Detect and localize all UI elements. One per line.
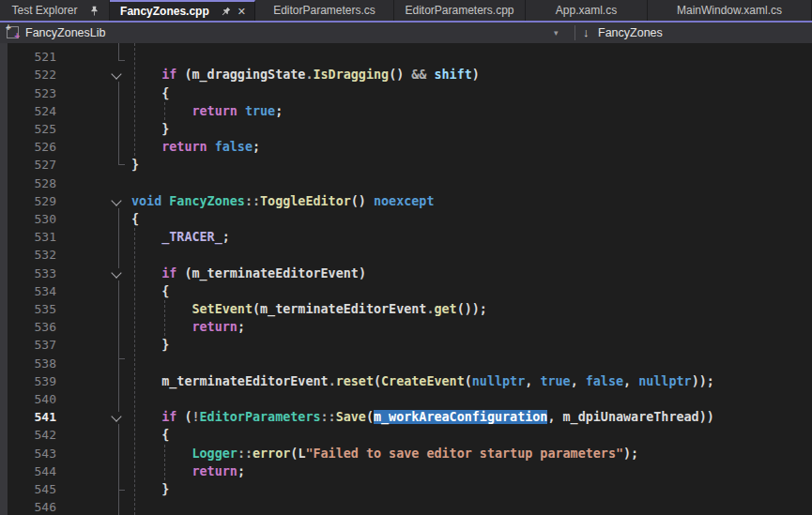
- line-number: 542: [11, 426, 56, 444]
- selected-text[interactable]: m_workAreaConfiguration: [374, 410, 547, 424]
- code-line-536[interactable]: 536 return;: [0, 318, 812, 336]
- token: (: [374, 374, 381, 388]
- code-line-542[interactable]: 542 {: [0, 426, 812, 444]
- token: (: [465, 374, 472, 388]
- code-text: _TRACER_;: [131, 228, 230, 246]
- pin-icon[interactable]: [218, 4, 233, 19]
- token: ,: [623, 374, 638, 388]
- tab-mainwindow-xaml-cs[interactable]: MainWindow.xaml.cs: [648, 0, 812, 21]
- line-number: 527: [11, 156, 56, 174]
- token: true: [540, 374, 570, 388]
- fold-chevron-icon[interactable]: [110, 69, 124, 82]
- member-dropdown[interactable]: FancyZones: [598, 23, 663, 43]
- token: ;: [253, 140, 260, 154]
- code-line-526[interactable]: 526 return false;: [0, 138, 812, 156]
- code-text: return;: [131, 462, 245, 480]
- code-line-537[interactable]: 537 }: [0, 336, 812, 354]
- code-text: {: [131, 210, 139, 228]
- tab-editorparameters-cs[interactable]: EditorParameters.cs: [255, 0, 394, 21]
- code-line-544[interactable]: 544 return;: [0, 462, 812, 480]
- code-text: {: [131, 282, 169, 300]
- pin-icon[interactable]: [89, 6, 100, 16]
- tab-test-explorer[interactable]: Test Explorer: [0, 0, 110, 21]
- token: ;: [237, 320, 245, 334]
- line-number: 535: [11, 300, 56, 318]
- token: }: [131, 158, 139, 172]
- code-line-524[interactable]: 524 return true;: [0, 102, 812, 120]
- code-line-531[interactable]: 531 _TRACER_;: [0, 228, 812, 246]
- token: [237, 104, 245, 118]
- token: return: [192, 320, 237, 334]
- token: ): [359, 266, 366, 280]
- chevron-down-icon: [111, 267, 121, 278]
- code-line-539[interactable]: 539 m_terminateEditorEvent.reset(CreateE…: [0, 372, 812, 390]
- token: reset: [336, 374, 374, 388]
- token: (: [366, 410, 374, 424]
- chevron-down-icon[interactable]: ▾: [554, 23, 559, 43]
- token: ));: [692, 374, 714, 388]
- project-dropdown[interactable]: FancyZonesLib: [25, 23, 105, 43]
- token: .: [305, 68, 313, 82]
- navbar-separator: [575, 25, 575, 40]
- line-number: 522: [11, 66, 56, 83]
- outline-region-end-tick: [118, 164, 125, 165]
- outline-region-end-tick: [118, 358, 125, 359]
- code-line-538[interactable]: 538: [0, 355, 812, 372]
- token: false: [586, 374, 623, 388]
- token: void: [131, 194, 161, 208]
- token: ::: [321, 410, 336, 424]
- tab-editorparameters-cpp[interactable]: EditorParameters.cpp: [394, 0, 526, 21]
- code-line-525[interactable]: 525 }: [0, 120, 812, 138]
- token: }: [131, 482, 169, 496]
- code-line-521[interactable]: 521: [0, 48, 812, 66]
- token: m_terminateEditorEvent: [161, 374, 328, 388]
- outline-margin-line: [118, 208, 119, 515]
- token: Save: [336, 410, 366, 424]
- code-text: }: [131, 156, 139, 174]
- code-text: if (m_terminateEditorEvent): [131, 265, 366, 282]
- line-number: 540: [11, 390, 56, 408]
- tab-label: FancyZones.cpp: [118, 5, 211, 18]
- breakpoint-margin[interactable]: [0, 43, 8, 515]
- code-text: return;: [131, 318, 245, 336]
- code-line-535[interactable]: 535 SetEvent(m_terminateEditorEvent.get(…: [0, 300, 812, 318]
- code-line-543[interactable]: 543 Logger::error(L"Failed to save edito…: [0, 445, 812, 462]
- token: if: [161, 68, 176, 82]
- code-editor[interactable]: 520521522 if (m_draggingState.IsDragging…: [0, 43, 812, 515]
- code-text: {: [131, 426, 169, 444]
- token: FancyZones: [169, 194, 245, 208]
- line-number: 537: [11, 336, 56, 354]
- code-line-530[interactable]: 530{: [0, 210, 812, 228]
- token: ;: [222, 230, 230, 244]
- token: [207, 140, 215, 154]
- code-line-532[interactable]: 532: [0, 246, 812, 264]
- code-line-528[interactable]: 528: [0, 174, 812, 192]
- line-number: 539: [11, 372, 56, 390]
- line-number: 534: [11, 282, 56, 300]
- fold-chevron-icon[interactable]: [110, 268, 124, 280]
- fold-chevron-icon[interactable]: [110, 412, 124, 424]
- token: ::: [237, 447, 253, 461]
- token: (): [351, 194, 366, 208]
- line-number: 545: [11, 480, 56, 498]
- token: IsDragging: [314, 68, 390, 82]
- token: m_terminateEditorEvent: [192, 266, 359, 280]
- close-icon[interactable]: ✕: [237, 6, 246, 18]
- token: if: [161, 410, 176, 424]
- code-text: }: [131, 336, 169, 354]
- code-line-546[interactable]: 546: [0, 498, 812, 515]
- code-line-523[interactable]: 523 {: [0, 84, 812, 102]
- tab-app-xaml-cs[interactable]: App.xaml.cs: [526, 0, 648, 21]
- navigation-bar: + + FancyZonesLib ▾ ↓ FancyZones: [0, 23, 812, 43]
- line-number: 532: [11, 246, 56, 264]
- fold-chevron-icon[interactable]: [110, 196, 124, 208]
- token: return: [192, 464, 237, 478]
- token: [131, 320, 192, 334]
- vs-editor-window: Test ExplorerFancyZones.cpp✕EditorParame…: [0, 0, 812, 515]
- line-number: 536: [11, 318, 56, 336]
- code-line-540[interactable]: 540: [0, 390, 812, 408]
- code-line-534[interactable]: 534 {: [0, 282, 812, 300]
- token: }: [131, 338, 169, 352]
- tab-fancyzones-cpp[interactable]: FancyZones.cpp✕: [110, 0, 255, 21]
- indent-guide: [164, 300, 165, 336]
